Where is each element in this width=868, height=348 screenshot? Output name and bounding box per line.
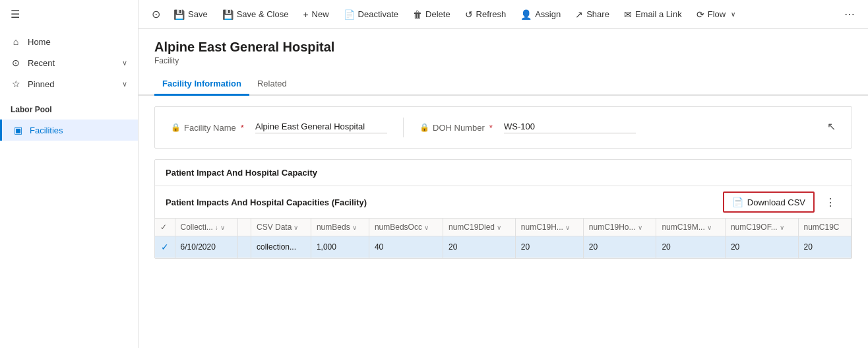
subgrid-actions: 📄 Download CSV ⋮: [723, 191, 841, 213]
facility-name-field: 🔒 Facility Name * Alpine East General Ho…: [171, 122, 387, 133]
save-button[interactable]: 💾 Save: [167, 5, 214, 24]
sidebar-item-label: Pinned: [28, 79, 54, 89]
row-numC19Died: 20: [443, 236, 515, 258]
doh-number-label: 🔒 DOH Number *: [419, 123, 499, 133]
form-section: 🔒 Facility Name * Alpine East General Ho…: [154, 106, 852, 149]
facility-name-label: 🔒 Facility Name *: [171, 123, 250, 133]
refresh-button[interactable]: ↺ Refresh: [458, 5, 513, 24]
email-icon: ✉: [624, 9, 632, 20]
doh-number-value[interactable]: WS-100: [504, 122, 636, 133]
history-button[interactable]: ⊙: [146, 4, 166, 24]
required-indicator: *: [489, 123, 493, 133]
facility-name-value[interactable]: Alpine East General Hospital: [255, 122, 387, 133]
section-title: Patient Impact And Hospital Capacity: [155, 160, 852, 186]
more-icon: ⋮: [825, 197, 836, 208]
download-csv-button[interactable]: 📄 Download CSV: [723, 191, 815, 213]
sidebar-item-label: Home: [28, 37, 51, 47]
row-numC19Ho: 20: [583, 236, 656, 258]
subgrid-more-button[interactable]: ⋮: [820, 193, 841, 211]
row-numC19OF: 20: [725, 236, 798, 258]
col-numC19Died[interactable]: numC19Died∨: [443, 219, 515, 236]
save-icon: 💾: [173, 9, 185, 20]
assign-icon: 👤: [520, 9, 532, 20]
doh-number-field: 🔒 DOH Number * WS-100: [419, 122, 636, 133]
patient-impact-table: ✓ Collecti...↓∨ CSV Data∨ numBeds∨: [155, 219, 852, 258]
chevron-down-icon: ∨: [294, 224, 298, 231]
recent-icon: ⊙: [11, 57, 21, 68]
col-numbedsOcc[interactable]: numBedsOcc∨: [369, 219, 443, 236]
tab-facility-information[interactable]: Facility Information: [154, 73, 249, 96]
sidebar: ☰ ⌂ Home ⊙ Recent ∨ ☆ Pinned ∨ Labor Poo…: [0, 0, 139, 348]
assign-button[interactable]: 👤 Assign: [514, 5, 567, 24]
sidebar-section-label: Labor Pool: [0, 97, 138, 117]
chevron-down-icon: ∨: [497, 224, 501, 231]
flow-icon: ⟳: [697, 9, 704, 20]
col-numC19OF[interactable]: numC19OF...∨: [725, 219, 798, 236]
field-divider: [403, 118, 404, 137]
new-button[interactable]: + New: [296, 5, 335, 24]
form-row: 🔒 Facility Name * Alpine East General Ho…: [171, 118, 836, 137]
facilities-icon: ▣: [13, 125, 23, 135]
sort-icon: ↓: [215, 224, 218, 231]
page-content: Alpine East General Hospital Facility Fa…: [139, 29, 868, 348]
sidebar-item-facilities[interactable]: ▣ Facilities: [0, 120, 138, 141]
more-icon: ⋯: [844, 9, 855, 20]
lock-icon: 🔒: [171, 123, 181, 132]
lock-icon: 🔒: [419, 123, 429, 132]
row-numbeds: 1,000: [311, 236, 369, 258]
sidebar-nav: ⌂ Home ⊙ Recent ∨ ☆ Pinned ∨: [0, 28, 138, 97]
chevron-down-icon: ∨: [638, 224, 642, 231]
share-button[interactable]: ↗ Share: [569, 5, 616, 24]
col-numbeds[interactable]: numBeds∨: [311, 219, 369, 236]
subgrid-header: Patient Impacts And Hospital Capacities …: [155, 186, 852, 219]
save-close-button[interactable]: 💾 Save & Close: [216, 5, 295, 24]
row-empty: [237, 236, 251, 258]
flow-button[interactable]: ⟳ Flow ∨: [690, 5, 742, 24]
row-check: ✓: [155, 236, 175, 258]
sidebar-item-recent[interactable]: ⊙ Recent ∨: [0, 52, 138, 73]
subgrid-title: Patient Impacts And Hospital Capacities …: [166, 197, 723, 207]
col-csv-data[interactable]: CSV Data∨: [251, 219, 311, 236]
delete-button[interactable]: 🗑 Delete: [406, 5, 457, 24]
hamburger-icon[interactable]: ☰: [0, 0, 138, 28]
deactivate-button[interactable]: 📄 Deactivate: [337, 5, 405, 24]
email-link-button[interactable]: ✉ Email a Link: [617, 5, 689, 24]
home-icon: ⌂: [11, 36, 21, 47]
col-sort: [237, 219, 251, 236]
row-numC19M: 20: [656, 236, 726, 258]
share-icon: ↗: [575, 9, 583, 20]
sidebar-item-home[interactable]: ⌂ Home: [0, 31, 138, 52]
record-title: Alpine East General Hospital: [154, 40, 852, 55]
sidebar-section-nav: ▣ Facilities: [0, 117, 138, 143]
pin-icon: ☆: [11, 79, 21, 89]
required-indicator: *: [241, 123, 244, 133]
save-close-icon: 💾: [222, 9, 233, 20]
chevron-down-icon: ∨: [780, 224, 784, 231]
table-row[interactable]: ✓ 6/10/2020 collection... 1,000 40 20 20…: [155, 236, 852, 258]
sidebar-item-pinned[interactable]: ☆ Pinned ∨: [0, 73, 138, 94]
chevron-down-icon: ∨: [122, 80, 127, 88]
tab-related[interactable]: Related: [249, 73, 295, 96]
row-csv-data: collection...: [251, 236, 311, 258]
refresh-icon: ↺: [465, 9, 473, 20]
col-collecti[interactable]: Collecti...↓∨: [175, 219, 237, 236]
chevron-down-icon: ∨: [424, 224, 429, 231]
row-numC19H: 20: [515, 236, 583, 258]
col-numC19H[interactable]: numC19H...∨: [515, 219, 583, 236]
patient-impact-section: Patient Impact And Hospital Capacity Pat…: [154, 159, 852, 259]
chevron-down-icon: ∨: [122, 59, 127, 67]
col-numC19M[interactable]: numC19M...∨: [656, 219, 726, 236]
col-numC190[interactable]: numC19C: [798, 219, 851, 236]
row-collecti: 6/10/2020: [175, 236, 237, 258]
new-icon: +: [303, 9, 308, 20]
more-options-button[interactable]: ⋯: [839, 4, 860, 24]
record-header: Alpine East General Hospital Facility: [139, 29, 868, 65]
row-numBedsOcc: 40: [369, 236, 443, 258]
col-numC19Ho[interactable]: numC19Ho...∨: [583, 219, 656, 236]
chevron-down-icon: ∨: [707, 224, 712, 231]
csv-file-icon: 📄: [732, 197, 743, 207]
chevron-down-icon: ∨: [220, 224, 225, 231]
history-icon: ⊙: [152, 9, 160, 20]
deactivate-icon: 📄: [344, 9, 355, 20]
row-numC190: 20: [798, 236, 851, 258]
